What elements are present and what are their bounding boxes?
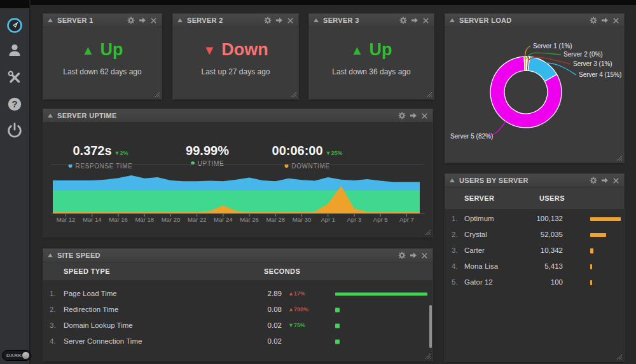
table-row: 1.Page Load Time2.89▲17% (43, 286, 432, 302)
status-text: Up (369, 41, 392, 58)
row-value: 0.02 (225, 318, 282, 334)
collapse-icon[interactable] (48, 114, 53, 118)
gear-icon[interactable] (264, 17, 272, 24)
table-row: 2.Redirection Time0.08▲700% (43, 302, 432, 318)
x-axis-label: Mar 22 (188, 216, 207, 223)
status-line: ▲ Up (82, 41, 123, 58)
x-axis-label: Mar 18 (135, 216, 154, 223)
resize-handle-icon[interactable] (154, 91, 160, 98)
widget-header[interactable]: SERVER LOAD (445, 14, 624, 27)
server-status: ▼ Down Last up 27 days ago (173, 27, 298, 99)
collapse-icon[interactable] (314, 18, 319, 22)
table-row: 4.Mona Lisa5,413 (445, 259, 624, 274)
gear-icon[interactable] (398, 252, 406, 259)
widget-server3: SERVER 3 ▲ Up Last down 36 days ago (309, 14, 434, 99)
collapse-icon[interactable] (48, 18, 53, 22)
collapse-icon[interactable] (177, 18, 183, 22)
close-icon[interactable] (421, 112, 428, 119)
x-axis-label: Mar 30 (293, 216, 312, 223)
row-rank: 3. (50, 318, 56, 334)
value-bar (335, 292, 427, 295)
resize-handle-icon[interactable] (425, 353, 431, 360)
move-arrow-icon[interactable] (275, 17, 283, 24)
close-icon[interactable] (150, 17, 157, 24)
widget-title: SERVER 3 (323, 17, 359, 24)
power-icon[interactable] (6, 121, 24, 139)
widget-server-load: SERVER LOAD Server 1 (1%) Server 2 (0%) … (445, 14, 624, 163)
close-icon[interactable] (421, 252, 428, 259)
sidebar: ? DARK (0, 0, 31, 364)
table-row: 1.Optimum100,132 (445, 211, 624, 227)
row-value: 100 (509, 274, 563, 290)
resize-handle-icon[interactable] (616, 354, 623, 360)
move-arrow-icon[interactable] (601, 177, 609, 184)
widget-header[interactable]: USERS BY SERVER (445, 174, 624, 187)
row-value: 5,413 (509, 259, 563, 274)
widget-header[interactable]: SERVER UPTIME (43, 109, 432, 123)
status-note: Last down 36 days ago (332, 67, 410, 76)
server-status: ▲ Up Last down 36 days ago (309, 27, 434, 99)
close-icon[interactable] (612, 177, 619, 184)
widget-server2: SERVER 2 ▼ Down Last up 27 days ago (173, 14, 298, 99)
column-header-users: USERS (539, 187, 565, 209)
row-rank: 4. (50, 334, 56, 349)
close-icon[interactable] (287, 17, 294, 24)
stats-chart-divider (51, 164, 425, 165)
resize-handle-icon[interactable] (616, 155, 623, 161)
uptime-stats: 0.372s▼2%RESPONSE TIME99.99%UPTIME00:06:… (43, 123, 432, 177)
theme-toggle-knob[interactable] (22, 352, 29, 359)
donut-label: Server 4 (15%) (579, 71, 621, 78)
theme-toggle-label: DARK (6, 353, 22, 358)
close-icon[interactable] (422, 17, 429, 24)
widget-site-speed: SITE SPEED SPEED TYPE SECONDS 1.Page Loa… (43, 249, 432, 361)
row-value: 0.02 (225, 334, 282, 349)
help-icon[interactable]: ? (6, 95, 24, 113)
donut-label: Server 1 (1%) (533, 43, 572, 50)
widget-server-uptime: SERVER UPTIME 0.372s▼2%RESPONSE TIME99.9… (43, 109, 432, 237)
value-bar (335, 339, 340, 344)
tools-icon[interactable] (6, 69, 24, 86)
gear-icon[interactable] (590, 17, 597, 24)
row-label: Gator 12 (464, 274, 493, 290)
row-label: Carter (464, 243, 485, 259)
row-value: 100,132 (509, 211, 563, 227)
scrollbar-thumb[interactable] (429, 305, 432, 348)
x-axis-label: Mar 12 (57, 216, 76, 223)
row-delta: ▲700% (288, 302, 308, 318)
widget-header[interactable]: SERVER 3 (309, 14, 434, 27)
widget-header[interactable]: SERVER 2 (173, 14, 298, 27)
row-rank: 1. (50, 286, 56, 302)
gear-icon[interactable] (127, 17, 135, 24)
gear-icon[interactable] (399, 17, 407, 24)
move-arrow-icon[interactable] (139, 17, 146, 24)
x-axis-label: Apr 3 (347, 216, 362, 223)
resize-handle-icon[interactable] (291, 91, 297, 98)
gear-icon[interactable] (398, 112, 406, 119)
move-arrow-icon[interactable] (601, 17, 609, 24)
widget-server1: SERVER 1 ▲ Up Last down 62 days ago (43, 14, 162, 99)
row-label: Page Load Time (64, 286, 117, 302)
row-delta: ▼75% (288, 318, 305, 334)
collapse-icon[interactable] (450, 179, 455, 182)
x-axis-label: Apr 1 (321, 216, 335, 223)
resize-handle-icon[interactable] (425, 229, 431, 236)
move-arrow-icon[interactable] (411, 17, 418, 24)
close-icon[interactable] (612, 17, 619, 24)
row-value: 0.08 (225, 302, 282, 318)
gear-icon[interactable] (590, 177, 597, 184)
widget-header[interactable]: SITE SPEED (43, 249, 432, 262)
uptime-area-chart: Mar 12Mar 14Mar 16Mar 18Mar 20Mar 22Mar … (51, 172, 425, 226)
table-row: 4.Server Connection Time0.02 (43, 334, 432, 349)
widget-header[interactable]: SERVER 1 (43, 14, 162, 27)
theme-toggle[interactable]: DARK (2, 350, 31, 361)
collapse-icon[interactable] (48, 253, 53, 257)
resize-handle-icon[interactable] (426, 91, 432, 98)
compass-icon[interactable] (6, 17, 24, 34)
move-arrow-icon[interactable] (410, 112, 417, 119)
speed-table-body: 1.Page Load Time2.89▲17%2.Redirection Ti… (43, 280, 432, 361)
move-arrow-icon[interactable] (410, 252, 417, 259)
collapse-icon[interactable] (450, 18, 455, 22)
value-bar (590, 264, 592, 269)
column-header-seconds: SECONDS (264, 262, 300, 280)
user-icon[interactable] (6, 41, 24, 59)
